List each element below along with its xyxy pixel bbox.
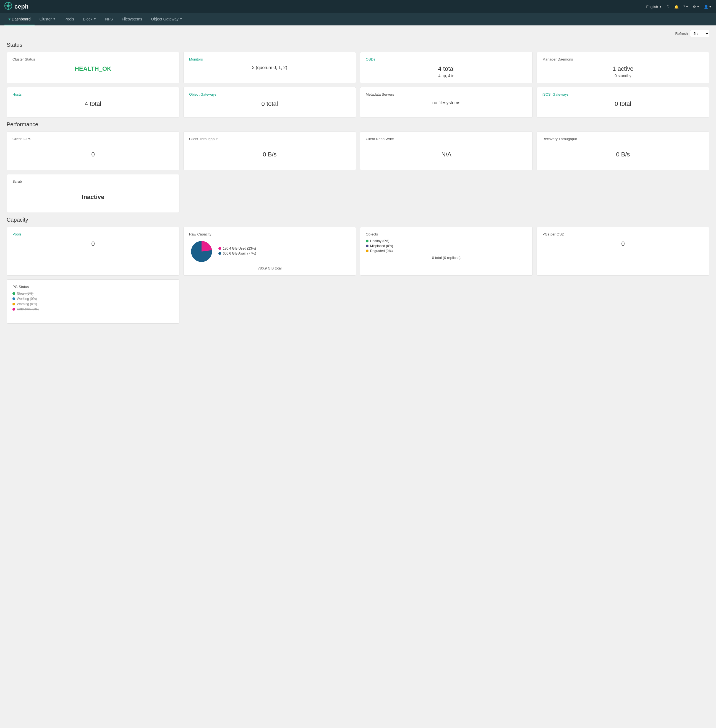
osds-sub: 4 up, 4 in [366,74,527,78]
user-button[interactable]: 👤 ▼ [704,5,711,9]
main-content: Refresh 5 s 1 s 10 s 30 s 1 min Status C… [0,26,716,328]
avail-label: 606.6 GiB Avail. (77%) [223,252,256,255]
degraded-dot [366,250,369,252]
dashboard-heart-icon: ♥ [8,17,11,21]
nav-label-nfs: NFS [105,17,113,21]
scrub-value: Inactive [82,194,105,201]
raw-capacity-pie [189,239,214,264]
client-throughput-value: 0 B/s [262,151,276,158]
pgs-per-osd-card: PGs per OSD 0 [537,227,709,276]
client-iops-value: 0 [91,151,94,158]
monitors-card: Monitors 3 (quorum 0, 1, 2) [183,52,356,83]
scrub-card: Scrub Inactive [7,174,179,213]
iscsi-gateways-title[interactable]: iSCSI Gateways [542,92,704,97]
logo-text: ceph [14,3,29,10]
block-chevron: ▼ [93,17,96,20]
avail-dot [218,252,221,255]
avail-legend-item: 606.6 GiB Avail. (77%) [218,252,256,255]
objects-legend: Healthy (0%) Misplaced (0%) Degraded (0%… [366,239,527,253]
pg-status-grid: PG Status Clean (0%) Working (0%) Warnin… [7,279,709,324]
metadata-servers-value: no filesystems [366,100,527,105]
nav-item-dashboard[interactable]: ♥ Dashboard [5,13,35,26]
raw-capacity-title: Raw Capacity [189,232,350,236]
manager-daemons-sub: 0 standby [542,74,704,78]
raw-capacity-legend: 180.4 GiB Used (23%) 606.6 GiB Avail. (7… [218,247,256,256]
nav-item-filesystems[interactable]: Filesystems [118,13,146,26]
pg-warning-dot [12,303,15,305]
lang-label: English [646,5,658,9]
capacity-pools-title[interactable]: Pools [12,232,174,236]
recovery-throughput-title: Recovery Throughput [542,137,704,141]
object-gateway-chevron: ▼ [180,17,182,20]
used-legend-item: 180.4 GiB Used (23%) [218,247,256,250]
refresh-select[interactable]: 5 s 1 s 10 s 30 s 1 min [690,30,709,37]
hosts-card: Hosts 4 total [7,87,179,117]
metadata-servers-title: Metadata Servers [366,92,527,97]
pg-clean-item: Clean (0%) [12,291,174,296]
nav-item-pools[interactable]: Pools [61,13,78,26]
pg-warning-item: Warning (0%) [12,302,174,306]
misplaced-legend-item: Misplaced (0%) [366,244,527,248]
nav-label-filesystems: Filesystems [121,17,142,21]
degraded-label: Degraded (0%) [370,249,393,253]
recovery-throughput-card: Recovery Throughput 0 B/s [537,132,709,170]
lang-chevron: ▼ [659,5,662,8]
capacity-pools-card: Pools 0 [7,227,179,276]
refresh-bar: Refresh 5 s 1 s 10 s 30 s 1 min [7,30,709,37]
pg-unknown-dot [12,308,15,311]
performance-section-title: Performance [7,121,709,128]
objects-title: Objects [366,232,527,236]
scrub-title: Scrub [12,179,174,184]
timer-icon[interactable]: ⏱ [666,5,670,9]
pg-unknown-item: Unknown (0%) [12,307,174,311]
object-gateways-title[interactable]: Object Gateways [189,92,350,97]
osds-title[interactable]: OSDs [366,57,527,61]
pg-working-label: Working (0%) [17,297,37,301]
nav-label-object-gateway: Object Gateway [151,17,179,21]
hosts-title[interactable]: Hosts [12,92,174,97]
cluster-chevron: ▼ [53,17,56,20]
nav-label-block: Block [83,17,93,21]
nav-item-object-gateway[interactable]: Object Gateway ▼ [147,13,186,26]
objects-card: Objects Healthy (0%) Misplaced (0%) Degr… [360,227,533,276]
client-iops-card: Client IOPS 0 [7,132,179,170]
iscsi-gateways-card: iSCSI Gateways 0 total [537,87,709,117]
navbar: ♥ Dashboard Cluster ▼ Pools Block ▼ NFS … [0,13,716,26]
nav-item-block[interactable]: Block ▼ [79,13,100,26]
svg-point-1 [7,5,10,7]
pg-status-title: PG Status [12,285,174,289]
pgs-per-osd-value: 0 [542,240,704,247]
pg-working-item: Working (0%) [12,297,174,301]
capacity-grid: Pools 0 Raw Capacity [7,227,709,276]
nav-label-pools: Pools [64,17,74,21]
client-read-write-card: Client Read/Write N/A [360,132,533,170]
lang-selector[interactable]: English ▼ [646,5,662,9]
objects-total: 0 total (0 replicas) [366,256,527,260]
bell-icon[interactable]: 🔔 [674,5,679,9]
gear-button[interactable]: ⚙ ▼ [693,5,699,9]
manager-daemons-value: 1 active [542,65,704,73]
manager-daemons-card: Manager Daemons 1 active 0 standby [537,52,709,83]
cluster-status-card: Cluster Status HEALTH_OK [7,52,179,83]
ceph-logo-icon [5,2,12,11]
nav-item-nfs[interactable]: NFS [101,13,117,26]
misplaced-dot [366,244,369,247]
refresh-label: Refresh [675,32,688,36]
used-label: 180.4 GiB Used (23%) [223,247,256,250]
misplaced-label: Misplaced (0%) [370,244,393,248]
client-read-write-value: N/A [441,151,451,158]
object-gateways-value: 0 total [189,100,350,108]
osds-value: 4 total [366,65,527,73]
raw-capacity-card: Raw Capacity 180.4 G [183,227,356,276]
cluster-status-value: HEALTH_OK [12,65,174,73]
client-iops-title: Client IOPS [12,137,174,141]
used-dot [218,247,221,250]
nav-label-dashboard: Dashboard [12,17,31,21]
nav-item-cluster[interactable]: Cluster ▼ [36,13,59,26]
monitors-title[interactable]: Monitors [189,57,350,61]
help-button[interactable]: ? ▼ [683,5,688,9]
osds-card: OSDs 4 total 4 up, 4 in [360,52,533,83]
capacity-pools-value: 0 [12,240,174,247]
manager-daemons-title: Manager Daemons [542,57,704,61]
hosts-value: 4 total [12,100,174,108]
